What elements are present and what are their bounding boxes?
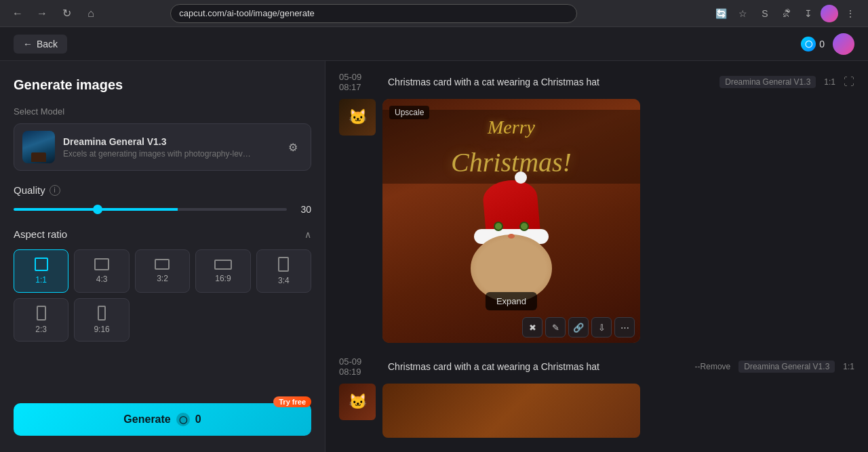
back-arrow-icon: ← — [23, 39, 33, 49]
back-button[interactable]: ← Back — [14, 35, 67, 54]
model-settings-icon[interactable]: ⚙ — [283, 138, 302, 157]
address-bar[interactable] — [170, 4, 577, 23]
browser-chrome: ← → ↻ ⌂ 🔄 ☆ S ⛐ ↧ ⋮ — [0, 0, 868, 27]
hat-ball — [515, 171, 527, 184]
forward-nav-button[interactable]: → — [33, 4, 52, 23]
profile-avatar[interactable] — [821, 5, 838, 22]
extension-s-icon[interactable]: S — [755, 4, 774, 23]
gallery-item-2-header: 05-09 08:19 Christmas card with a cat we… — [339, 356, 854, 377]
generate-credits: 0 — [195, 413, 201, 426]
gallery-item-2-content: 🐱 — [339, 384, 854, 438]
aspect-label-2-3: 2:3 — [35, 325, 47, 334]
aspect-item-1-1[interactable]: 1:1 — [14, 249, 68, 293]
gallery-item-2-title: Christmas card with a cat wearing a Chri… — [388, 361, 687, 372]
chrome-menu-icon[interactable]: ⋮ — [841, 4, 860, 23]
expand-button[interactable]: Expand — [486, 292, 537, 310]
aspect-item-3-4[interactable]: 3:4 — [256, 249, 311, 293]
quality-info-icon: i — [50, 185, 60, 196]
edit-button[interactable]: ✎ — [545, 317, 566, 337]
cat-eye-left — [494, 222, 503, 231]
gallery-item-2-model: Dreamina General V1.3 — [738, 361, 835, 373]
xmas-christmas-text: Christmas! — [382, 146, 640, 178]
credits-badge[interactable]: ◯ 0 — [801, 37, 825, 52]
gallery-item-2-preview[interactable] — [382, 384, 640, 438]
gallery-item-2-ratio: 1:1 — [843, 362, 854, 371]
gallery-thumb-2-1[interactable]: 🐱 — [339, 384, 376, 420]
back-nav-button[interactable]: ← — [8, 4, 27, 23]
model-section: Select Model Dreamina General V1.3 Excel… — [14, 106, 311, 171]
gallery-item-2-time: 08:19 — [339, 367, 380, 377]
magic-eraser-button[interactable]: ✖ — [522, 317, 542, 337]
panel-title: Generate images — [14, 77, 311, 93]
gallery-item-1-date: 05-09 — [339, 72, 380, 82]
model-name: Dreamina General V1.3 — [63, 136, 275, 147]
aspect-item-9-16[interactable]: 9:16 — [74, 298, 129, 342]
aspect-icon-2-3 — [37, 306, 46, 321]
generate-credits-icon: ◯ — [176, 413, 190, 426]
quality-row: 30 — [14, 204, 311, 215]
aspect-ratio-chevron-icon: ∧ — [304, 229, 311, 240]
upscale-badge: Upscale — [389, 106, 429, 119]
aspect-icon-3-4 — [278, 257, 289, 272]
aspect-ratio-section: Aspect ratio ∧ 1:1 4:3 3:2 — [14, 228, 311, 342]
aspect-ratio-header: Aspect ratio ∧ — [14, 228, 311, 240]
gallery-folder-icon-1[interactable]: ⛶ — [844, 76, 854, 88]
aspect-grid-row2: 2:3 9:16 — [14, 298, 311, 342]
gallery-thumb-1-1[interactable]: 🐱 — [339, 99, 376, 136]
model-thumb-cabin — [31, 152, 46, 162]
aspect-label-1-1: 1:1 — [35, 275, 47, 285]
aspect-icon-1-1 — [35, 258, 48, 271]
credits-count: 0 — [819, 39, 825, 49]
extension-icon-1[interactable]: 🔄 — [712, 4, 731, 23]
user-avatar[interactable] — [833, 33, 854, 55]
gallery-item-1-title: Christmas card with a cat wearing a Chri… — [388, 77, 711, 87]
quality-label: Quality — [14, 184, 45, 196]
cat-eyes — [494, 222, 529, 231]
aspect-icon-3-2 — [155, 259, 170, 270]
quality-section: Quality i 30 — [14, 184, 311, 215]
gallery-thumb-strip-2: 🐱 — [339, 384, 376, 438]
model-thumbnail — [22, 131, 55, 163]
aspect-item-4-3[interactable]: 4:3 — [74, 249, 129, 293]
model-desc: Excels at generating images with photogr… — [63, 149, 253, 159]
aspect-item-3-2[interactable]: 3:2 — [135, 249, 190, 293]
download-button[interactable]: ⇩ — [591, 317, 612, 337]
extensions-icon[interactable]: ⛐ — [777, 4, 796, 23]
model-thumb-inner — [22, 131, 55, 163]
left-panel: Generate images Select Model Dreamina Ge… — [0, 61, 326, 452]
generate-label: Generate — [123, 413, 170, 426]
aspect-grid-row1: 1:1 4:3 3:2 16:9 — [14, 249, 311, 293]
image-actions: ✖ ✎ 🔗 ⇩ ⋯ — [522, 317, 635, 337]
gallery-item-1-model: Dreamina General V1.3 — [719, 76, 816, 88]
link-button[interactable]: 🔗 — [568, 317, 589, 337]
quality-header: Quality i — [14, 184, 311, 196]
select-model-label: Select Model — [14, 106, 311, 117]
aspect-ratio-title: Aspect ratio — [14, 228, 67, 240]
model-selector[interactable]: Dreamina General V1.3 Excels at generati… — [14, 123, 311, 171]
aspect-item-2-3[interactable]: 2:3 — [14, 298, 68, 342]
main-content: Generate images Select Model Dreamina Ge… — [0, 61, 868, 452]
gallery-item-1-ratio: 1:1 — [824, 77, 835, 87]
cat-nose — [508, 234, 515, 239]
browser-right-icons: 🔄 ☆ S ⛐ ↧ ⋮ — [712, 4, 860, 23]
refresh-button[interactable]: ↻ — [57, 4, 76, 23]
aspect-icon-9-16 — [98, 306, 106, 321]
main-image-container-1: Merry Christmas! — [382, 99, 640, 343]
back-label: Back — [37, 39, 58, 49]
gallery-thumb-strip-1: 🐱 — [339, 99, 376, 343]
gallery-item-2-date-block: 05-09 08:19 — [339, 356, 380, 377]
app-container: ← Back ◯ 0 Generate images Select Model — [0, 27, 868, 452]
aspect-item-16-9[interactable]: 16:9 — [195, 249, 250, 293]
bookmark-star-icon[interactable]: ☆ — [734, 4, 753, 23]
more-button[interactable]: ⋯ — [614, 317, 635, 337]
home-button[interactable]: ⌂ — [81, 4, 100, 23]
aspect-label-3-2: 3:2 — [157, 274, 168, 283]
quality-slider[interactable] — [14, 208, 287, 211]
gallery-item-1: 05-09 08:17 Christmas card with a cat we… — [339, 72, 854, 343]
downloads-icon[interactable]: ↧ — [799, 4, 818, 23]
cat-eye-right — [519, 222, 529, 231]
generate-button[interactable]: Generate ◯ 0 — [14, 403, 311, 436]
try-free-badge: Try free — [273, 396, 311, 407]
right-panel[interactable]: 05-09 08:17 Christmas card with a cat we… — [326, 61, 868, 452]
gallery-item-1-date-block: 05-09 08:17 — [339, 72, 380, 92]
